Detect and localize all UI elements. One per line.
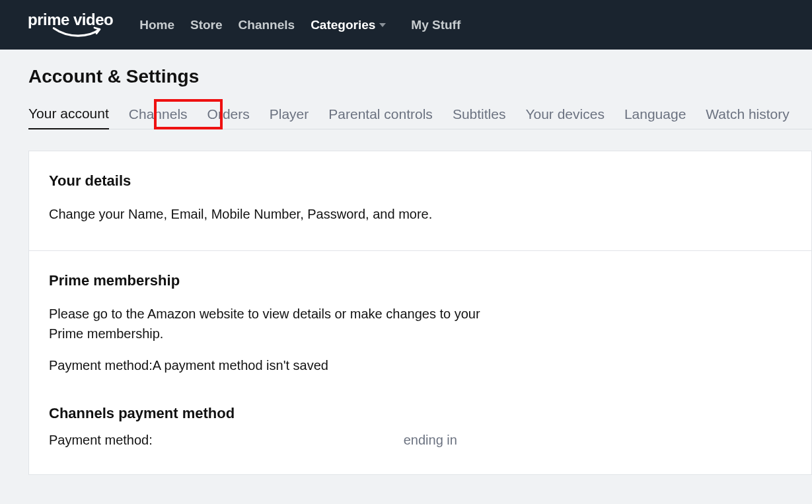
nav-label: Channels xyxy=(239,18,295,32)
channels-payment-row: Payment method: ending in xyxy=(49,433,792,448)
prime-video-logo[interactable]: prime video xyxy=(28,12,113,38)
channels-ending-in: ending in xyxy=(404,433,457,448)
nav-home[interactable]: Home xyxy=(131,13,182,38)
section-your-details: Your details Change your Name, Email, Mo… xyxy=(29,151,811,251)
channels-payment-heading: Channels payment method xyxy=(49,405,792,422)
nav-label: Store xyxy=(190,18,223,32)
your-details-text: Change your Name, Email, Mobile Number, … xyxy=(49,204,485,224)
logo-text: prime video xyxy=(28,12,113,28)
channels-payment-label: Payment method: xyxy=(49,433,153,448)
page-body: Account & Settings Your account Channels… xyxy=(0,50,812,475)
nav-label: Categories xyxy=(311,18,375,32)
tab-your-account[interactable]: Your account xyxy=(28,106,109,129)
your-details-heading: Your details xyxy=(49,172,792,190)
nav-my-stuff[interactable]: My Stuff xyxy=(403,13,468,38)
tab-orders[interactable]: Orders xyxy=(207,106,250,129)
prime-payment-value: A payment method isn't saved xyxy=(153,358,328,373)
nav-label: Home xyxy=(139,18,174,32)
nav-label: My Stuff xyxy=(411,18,461,32)
nav-categories[interactable]: Categories xyxy=(303,13,394,38)
prime-payment-row: Payment method:A payment method isn't sa… xyxy=(49,358,792,373)
prime-text: Please go to the Amazon website to view … xyxy=(49,304,485,343)
settings-card: Your details Change your Name, Email, Mo… xyxy=(28,151,812,475)
prime-payment-label: Payment method: xyxy=(49,358,153,373)
tab-player[interactable]: Player xyxy=(270,106,309,129)
nav-store[interactable]: Store xyxy=(182,13,231,38)
tab-parental-controls[interactable]: Parental controls xyxy=(328,106,433,129)
chevron-down-icon xyxy=(379,23,386,27)
tab-watch-history[interactable]: Watch history xyxy=(706,106,789,129)
top-nav: prime video Home Store Channels Categori… xyxy=(0,0,812,50)
prime-heading: Prime membership xyxy=(49,272,792,289)
tab-your-devices[interactable]: Your devices xyxy=(525,106,604,129)
tab-subtitles[interactable]: Subtitles xyxy=(453,106,506,129)
smile-icon xyxy=(52,26,104,38)
nav-channels[interactable]: Channels xyxy=(231,13,303,38)
tab-channels[interactable]: Channels xyxy=(129,106,188,129)
tab-language[interactable]: Language xyxy=(624,106,686,129)
page-title: Account & Settings xyxy=(28,66,812,87)
settings-tabs: Your account Channels Orders Player Pare… xyxy=(28,106,812,129)
nav-links: Home Store Channels Categories My Stuff xyxy=(131,13,468,38)
section-prime-membership: Prime membership Please go to the Amazon… xyxy=(29,251,811,475)
